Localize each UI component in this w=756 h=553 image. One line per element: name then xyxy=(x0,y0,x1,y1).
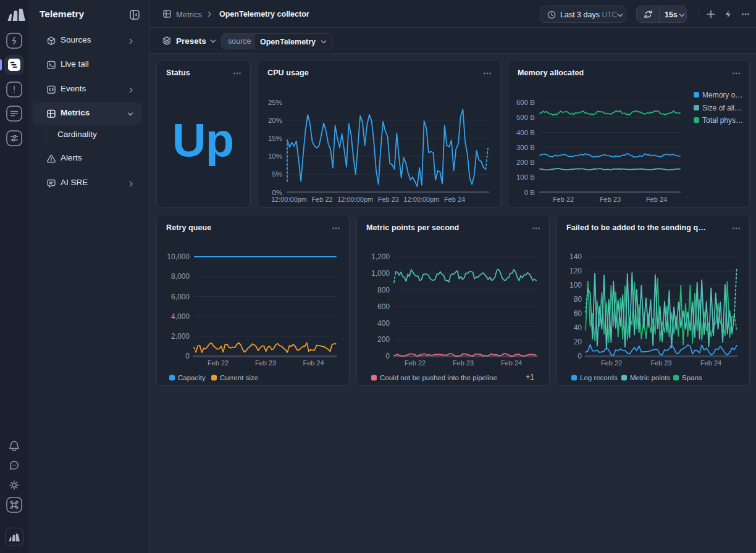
svg-text:4,000: 4,000 xyxy=(171,312,190,321)
svg-text:Feb 23: Feb 23 xyxy=(650,359,671,367)
svg-text:15%: 15% xyxy=(268,135,282,142)
svg-text:400: 400 xyxy=(377,319,390,328)
svg-text:80: 80 xyxy=(574,295,582,304)
svg-text:140: 140 xyxy=(569,252,582,261)
svg-text:200 B: 200 B xyxy=(516,159,535,166)
svg-text:Feb 24: Feb 24 xyxy=(444,196,465,203)
svg-text:Feb 22: Feb 22 xyxy=(311,196,332,203)
svg-text:Could not be pushed into the p: Could not be pushed into the pipeline xyxy=(380,374,497,381)
svg-text:25%: 25% xyxy=(268,99,282,106)
svg-text:10%: 10% xyxy=(268,152,282,160)
svg-text:0: 0 xyxy=(385,352,390,360)
svg-text:200: 200 xyxy=(377,335,390,344)
svg-text:Feb 23: Feb 23 xyxy=(255,359,276,367)
svg-text:0%: 0% xyxy=(272,189,282,196)
svg-text:12:00:00pm: 12:00:00pm xyxy=(271,196,307,203)
svg-text:120: 120 xyxy=(569,267,582,275)
svg-text:600: 600 xyxy=(377,302,390,311)
svg-text:Spans: Spans xyxy=(682,374,702,381)
svg-text:Feb 22: Feb 22 xyxy=(405,359,426,367)
svg-text:+1: +1 xyxy=(526,373,534,381)
svg-text:Feb 23: Feb 23 xyxy=(378,196,399,203)
svg-text:20%: 20% xyxy=(268,117,282,124)
svg-text:400 B: 400 B xyxy=(516,129,535,136)
svg-text:20: 20 xyxy=(574,338,582,346)
svg-text:800: 800 xyxy=(377,286,390,294)
svg-text:600 B: 600 B xyxy=(516,99,535,106)
svg-text:0 B: 0 B xyxy=(524,189,536,196)
svg-text:Feb 22: Feb 22 xyxy=(208,359,229,367)
svg-text:6,000: 6,000 xyxy=(171,293,190,301)
svg-text:100 B: 100 B xyxy=(516,173,535,181)
svg-text:12:00:00pm: 12:00:00pm xyxy=(337,196,373,203)
svg-text:0: 0 xyxy=(185,352,190,360)
svg-text:12:00:00pm: 12:00:00pm xyxy=(403,196,439,203)
svg-text:Feb 24: Feb 24 xyxy=(700,359,721,367)
svg-text:0: 0 xyxy=(578,352,582,360)
svg-text:Current size: Current size xyxy=(220,374,258,381)
svg-text:1,000: 1,000 xyxy=(371,269,390,278)
svg-text:Capacity: Capacity xyxy=(178,374,206,381)
svg-text:300 B: 300 B xyxy=(516,144,535,151)
svg-text:2,000: 2,000 xyxy=(171,332,190,341)
svg-text:Feb 24: Feb 24 xyxy=(303,359,324,367)
svg-text:10,000: 10,000 xyxy=(167,252,190,261)
svg-text:40: 40 xyxy=(574,323,582,332)
svg-text:Feb 22: Feb 22 xyxy=(601,359,622,367)
svg-text:Log records: Log records xyxy=(580,374,618,381)
svg-text:Feb 24: Feb 24 xyxy=(646,196,667,203)
svg-text:8,000: 8,000 xyxy=(171,272,190,281)
svg-text:5%: 5% xyxy=(272,170,282,178)
svg-text:500 B: 500 B xyxy=(516,114,535,121)
svg-text:Feb 22: Feb 22 xyxy=(553,196,574,203)
svg-text:100: 100 xyxy=(569,281,582,289)
svg-text:Feb 23: Feb 23 xyxy=(600,196,621,203)
svg-text:1,200: 1,200 xyxy=(371,252,390,261)
svg-text:Feb 23: Feb 23 xyxy=(453,359,474,367)
svg-text:Metric points: Metric points xyxy=(630,374,670,381)
svg-text:Feb 24: Feb 24 xyxy=(501,359,522,367)
svg-text:60: 60 xyxy=(574,309,582,318)
